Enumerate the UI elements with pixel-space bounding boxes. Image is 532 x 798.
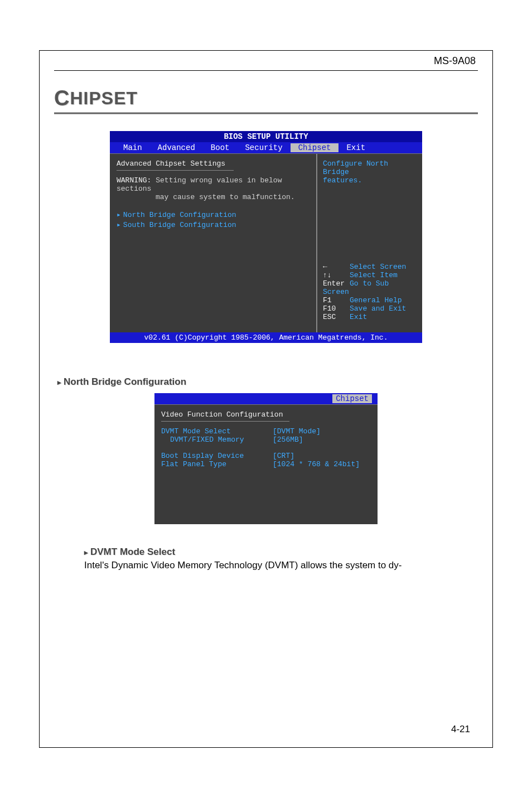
tab-security[interactable]: Security	[237, 143, 290, 152]
page-number: 4-21	[451, 724, 470, 735]
key: F10	[323, 304, 350, 313]
bios-description: Configure North Bridge features.	[323, 159, 417, 185]
triangle-icon: ▸	[117, 211, 121, 219]
key-row: F1General Help	[323, 296, 417, 304]
subheading-label: North Bridge Configuration	[64, 376, 186, 387]
body-paragraph: Intel's Dynamic Video Memory Technology …	[84, 560, 448, 571]
setting-flat-panel[interactable]: Flat Panel Type [1024 * 768 & 24bit]	[161, 460, 371, 468]
subheading-north-bridge: ▸North Bridge Configuration	[57, 376, 492, 388]
menu-south-bridge-label: South Bridge Configuration	[123, 221, 236, 229]
setting-value: [1024 * 768 & 24bit]	[273, 460, 360, 468]
tab-main[interactable]: Main	[115, 143, 150, 152]
bios-right-pane: Configure North Bridge features. ←Select…	[316, 154, 422, 332]
menu-north-bridge-label: North Bridge Configuration	[123, 211, 236, 219]
menu-south-bridge[interactable]: ▸South Bridge Configuration	[117, 220, 309, 229]
vfc-heading-line	[161, 421, 289, 422]
key-label: General Help	[350, 296, 402, 304]
key-row: F10Save and Exit	[323, 304, 417, 313]
key: ←	[323, 263, 350, 271]
section-title: CHIPSET	[54, 86, 478, 110]
key-label: Select Screen	[350, 263, 406, 271]
tab-chipset[interactable]: Chipset	[291, 143, 339, 152]
bios-tabs: Main Advanced Boot Security Chipset Exit	[110, 142, 422, 153]
tab-advanced[interactable]: Advanced	[150, 143, 203, 152]
key-label: Select Item	[350, 271, 398, 279]
key-row: ↑↓Select Item	[323, 271, 417, 279]
bios-desc-line1: Configure North Bridge	[323, 159, 417, 176]
bios-key-help: ←Select Screen ↑↓Select Item EnterGo to …	[323, 263, 417, 327]
bios-title-bar: BIOS SETUP UTILITY	[110, 131, 422, 142]
subheading-label: DVMT Mode Select	[90, 546, 175, 557]
triangle-icon: ▸	[117, 221, 121, 229]
key: ESC	[323, 313, 350, 321]
warning-label: WARNING:	[117, 176, 151, 185]
acs-heading-line	[117, 170, 234, 171]
warning-line2: may cause system to malfunction.	[117, 193, 309, 201]
setting-label: DVMT Mode Select	[161, 427, 273, 436]
vfc-heading: Video Function Configuration	[161, 410, 371, 419]
key: F1	[323, 296, 350, 304]
subheading-dvmt: ▸DVMT Mode Select	[84, 546, 492, 558]
bios-screenshot: BIOS SETUP UTILITY Main Advanced Boot Se…	[110, 131, 422, 343]
bios-sub-body: Video Function Configuration DVMT Mode S…	[154, 404, 378, 524]
setting-boot-display[interactable]: Boot Display Device [CRT]	[161, 452, 371, 460]
triangle-icon: ▸	[57, 378, 61, 386]
setting-dvmt-mode[interactable]: DVMT Mode Select [DVMT Mode]	[161, 427, 371, 436]
key-row: EnterGo to Sub Screen	[323, 279, 417, 296]
page: MS-9A08 CHIPSET BIOS SETUP UTILITY Main …	[0, 0, 532, 798]
tab-boot[interactable]: Boot	[203, 143, 238, 152]
key-row: ESCExit	[323, 313, 417, 321]
key-label: Exit	[350, 313, 367, 321]
setting-label: Boot Display Device	[161, 452, 273, 460]
bios-screenshot-sub: Chipset Video Function Configuration DVM…	[154, 393, 378, 524]
setting-value: [256MB]	[273, 436, 303, 444]
menu-north-bridge[interactable]: ▸North Bridge Configuration	[117, 210, 309, 219]
warning-line1: WARNING: Setting wrong values in below s…	[117, 176, 309, 193]
tab-exit[interactable]: Exit	[338, 143, 373, 152]
bios-desc-line2: features.	[323, 176, 417, 185]
key-row: ←Select Screen	[323, 263, 417, 271]
setting-value: [CRT]	[273, 452, 294, 460]
setting-label: Flat Panel Type	[161, 460, 273, 468]
key: ↑↓	[323, 271, 350, 279]
key-label: Save and Exit	[350, 304, 406, 313]
divider	[54, 70, 478, 71]
model-header: MS-9A08	[40, 51, 492, 70]
section-title-rest: HIPSET	[70, 88, 138, 108]
section-underline	[54, 113, 478, 114]
section-title-initial: C	[54, 86, 70, 110]
page-frame: MS-9A08 CHIPSET BIOS SETUP UTILITY Main …	[39, 50, 493, 748]
bios-sub-tabs: Chipset	[154, 393, 378, 404]
bios-footer: v02.61 (C)Copyright 1985-2006, American …	[110, 332, 422, 343]
triangle-icon: ▸	[84, 548, 88, 557]
setting-value: [DVMT Mode]	[273, 427, 321, 436]
acs-heading: Advanced Chipset Settings	[117, 159, 309, 168]
key: Enter	[323, 279, 350, 288]
tab-chipset-sub[interactable]: Chipset	[332, 394, 372, 403]
bios-body: Advanced Chipset Settings WARNING: Setti…	[110, 153, 422, 332]
setting-label: DVMT/FIXED Memory	[161, 436, 273, 444]
bios-left-pane: Advanced Chipset Settings WARNING: Setti…	[110, 154, 316, 332]
setting-dvmt-memory[interactable]: DVMT/FIXED Memory [256MB]	[161, 436, 371, 444]
